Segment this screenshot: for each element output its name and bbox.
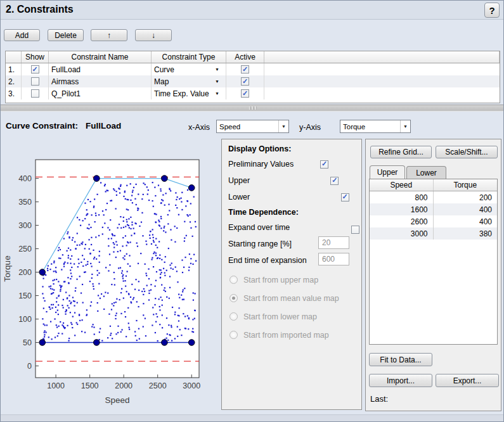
constraint-name-cell[interactable]: FullLoad bbox=[49, 63, 152, 75]
constraints-window: 2. Constraints ? Add Delete ↑ ↓ Show Con… bbox=[0, 0, 504, 422]
table-row[interactable]: 3. Q_Pilot1 Time Exp. Value ▼ ✓ bbox=[6, 87, 500, 99]
table-row[interactable]: 2. Airmass Map ▼ ✓ bbox=[6, 75, 500, 87]
torque-cell[interactable]: 380 bbox=[434, 227, 498, 240]
export-button[interactable]: Export... bbox=[436, 374, 499, 387]
svg-text:400: 400 bbox=[18, 174, 32, 183]
constraint-name-cell[interactable]: Q_Pilot1 bbox=[49, 87, 152, 99]
boundary-table-header: Speed Torque bbox=[370, 179, 497, 191]
table-row[interactable]: 800 200 bbox=[370, 191, 497, 203]
x-axis-select[interactable]: Speed ▼ bbox=[216, 120, 289, 133]
chevron-down-icon: ▼ bbox=[278, 120, 288, 132]
boundary-table: Speed Torque 800 200 1600 400 2600 400 3… bbox=[369, 179, 498, 345]
move-up-button[interactable]: ↑ bbox=[91, 29, 127, 41]
section-title: Curve Constraint:FullLoad bbox=[6, 121, 121, 131]
table-row[interactable]: 1. ✓ FullLoad Curve ▼ ✓ bbox=[6, 63, 500, 75]
active-checkbox[interactable]: ✓ bbox=[241, 89, 249, 98]
torque-cell[interactable]: 400 bbox=[434, 203, 498, 215]
add-button[interactable]: Add bbox=[4, 29, 40, 41]
table-row[interactable]: 2600 400 bbox=[370, 215, 497, 227]
col-constraint-type: Constraint Type bbox=[152, 51, 226, 63]
help-icon: ? bbox=[489, 5, 494, 16]
tab-lower[interactable]: Lower bbox=[406, 166, 446, 179]
boundary-panel: Refine Grid... Scale/Shift... Upper Lowe… bbox=[365, 139, 501, 411]
start-mean-map-radio[interactable] bbox=[229, 294, 238, 302]
starting-range-label: Starting range [%] bbox=[228, 240, 292, 248]
chevron-down-icon: ▼ bbox=[215, 67, 219, 72]
show-checkbox[interactable] bbox=[31, 89, 39, 98]
start-upper-map-radio[interactable] bbox=[229, 276, 238, 284]
svg-text:3000: 3000 bbox=[183, 381, 200, 390]
title-bar: 2. Constraints ? bbox=[1, 1, 503, 20]
end-time-field[interactable]: 600 bbox=[318, 253, 349, 265]
col-speed: Speed bbox=[370, 179, 434, 191]
up-arrow-icon: ↑ bbox=[107, 31, 111, 40]
tab-upper[interactable]: Upper bbox=[370, 165, 405, 179]
speed-cell[interactable]: 2600 bbox=[370, 215, 434, 227]
active-checkbox[interactable]: ✓ bbox=[241, 77, 249, 86]
col-torque: Torque bbox=[434, 179, 498, 191]
import-button[interactable]: Import... bbox=[369, 374, 432, 387]
svg-text:1000: 1000 bbox=[47, 381, 65, 390]
chevron-down-icon: ▼ bbox=[400, 120, 410, 132]
constraint-type-dropdown[interactable]: Curve ▼ bbox=[152, 63, 226, 75]
table-row[interactable]: 3000 380 bbox=[370, 227, 497, 240]
col-active: Active bbox=[226, 51, 264, 63]
start-lower-map-radio[interactable] bbox=[229, 312, 238, 321]
start-mean-map-label: Start from mean value map bbox=[243, 294, 339, 303]
svg-text:1500: 1500 bbox=[81, 381, 99, 390]
constraint-name-cell[interactable]: Airmass bbox=[49, 75, 152, 87]
start-imported-map-radio[interactable] bbox=[229, 331, 238, 339]
refine-grid-button[interactable]: Refine Grid... bbox=[370, 146, 432, 158]
preliminary-values-label: Preliminary Values bbox=[228, 160, 294, 169]
start-imported-map-label: Start from imported map bbox=[243, 331, 329, 340]
splitter-grip bbox=[252, 106, 254, 110]
table-row[interactable]: 1600 400 bbox=[370, 203, 497, 215]
start-lower-map-label: Start from lower map bbox=[243, 312, 317, 321]
svg-text:350: 350 bbox=[18, 198, 32, 207]
row-index: 2. bbox=[6, 75, 22, 87]
starting-range-field[interactable]: 20 bbox=[318, 236, 349, 249]
show-checkbox[interactable]: ✓ bbox=[31, 65, 39, 74]
window-bottom-strip bbox=[1, 414, 504, 422]
lower-label: Lower bbox=[228, 193, 250, 201]
speed-cell[interactable]: 3000 bbox=[370, 227, 434, 240]
svg-text:Torque: Torque bbox=[3, 255, 12, 281]
torque-cell[interactable]: 200 bbox=[434, 191, 498, 203]
end-time-label: End time of expansion bbox=[228, 256, 307, 265]
speed-cell[interactable]: 800 bbox=[370, 191, 434, 203]
last-label: Last: bbox=[370, 394, 388, 404]
scale-shift-button[interactable]: Scale/Shift... bbox=[436, 146, 498, 158]
constraint-type-dropdown[interactable]: Map ▼ bbox=[152, 75, 226, 87]
constraints-table-header: Show Constraint Name Constraint Type Act… bbox=[6, 51, 500, 63]
display-options-title: Display Options: bbox=[228, 144, 291, 153]
upper-checkbox[interactable]: ✓ bbox=[330, 177, 339, 185]
lower-checkbox[interactable]: ✓ bbox=[341, 193, 349, 201]
svg-text:100: 100 bbox=[18, 315, 32, 324]
svg-text:2000: 2000 bbox=[115, 381, 132, 390]
expand-over-time-checkbox[interactable] bbox=[351, 226, 359, 234]
chevron-down-icon: ▼ bbox=[215, 91, 219, 96]
start-upper-map-label: Start from upper map bbox=[243, 276, 318, 285]
help-button[interactable]: ? bbox=[484, 3, 500, 18]
show-checkbox[interactable] bbox=[31, 77, 39, 86]
active-checkbox[interactable]: ✓ bbox=[241, 65, 249, 74]
preliminary-values-checkbox[interactable]: ✓ bbox=[320, 160, 328, 169]
constraint-type-dropdown[interactable]: Time Exp. Value ▼ bbox=[152, 87, 226, 99]
row-index: 3. bbox=[6, 87, 22, 99]
constraints-table: Show Constraint Name Constraint Type Act… bbox=[5, 51, 500, 103]
move-down-button[interactable]: ↓ bbox=[135, 29, 172, 41]
page-title: 2. Constraints bbox=[6, 4, 74, 15]
delete-button[interactable]: Delete bbox=[48, 29, 84, 41]
constraint-plot[interactable]: 1000150020002500300005010015020025030035… bbox=[1, 136, 219, 421]
current-constraint-name: FullLoad bbox=[86, 121, 121, 131]
svg-text:200: 200 bbox=[18, 268, 32, 277]
fit-to-data-button[interactable]: Fit to Data... bbox=[369, 353, 432, 366]
horizontal-splitter[interactable] bbox=[1, 105, 504, 112]
torque-cell[interactable]: 400 bbox=[434, 215, 498, 227]
display-options-panel: Display Options: Preliminary Values ✓ Up… bbox=[221, 139, 362, 410]
splitter-grip bbox=[249, 106, 250, 110]
svg-text:300: 300 bbox=[18, 221, 32, 230]
y-axis-select[interactable]: Torque ▼ bbox=[340, 120, 411, 133]
chevron-down-icon: ▼ bbox=[215, 79, 219, 84]
speed-cell[interactable]: 1600 bbox=[370, 203, 434, 215]
